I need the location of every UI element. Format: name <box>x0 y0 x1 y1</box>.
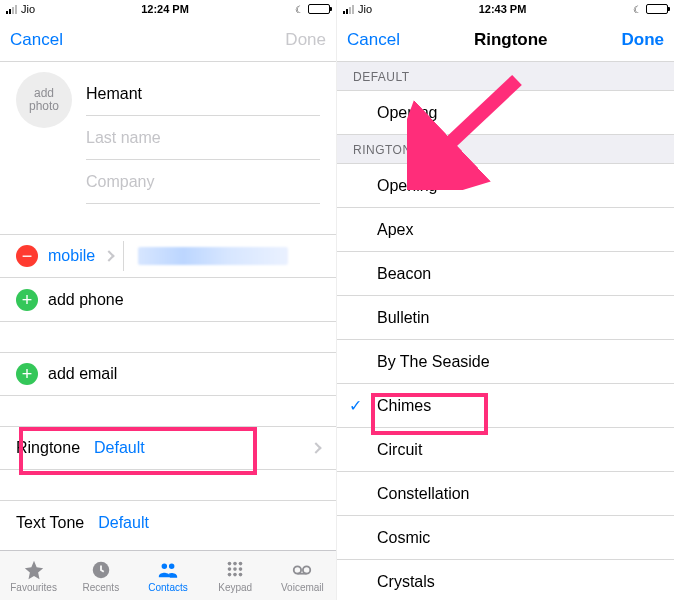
ringtone-row[interactable]: Constellation <box>337 472 674 516</box>
ringtone-name: Constellation <box>377 485 470 503</box>
tab-bar: Favourites Recents Contacts Keypad Voice… <box>0 550 336 600</box>
done-button[interactable]: Done <box>285 30 326 50</box>
ringtone-name: Circuit <box>377 441 422 459</box>
add-email-row[interactable]: + add email <box>0 352 336 396</box>
tab-keypad[interactable]: Keypad <box>202 551 269 600</box>
nav-bar: Cancel Ringtone Done <box>337 18 674 62</box>
clock: 12:24 PM <box>141 3 189 15</box>
page-title: Ringtone <box>474 30 548 50</box>
status-bar: Jio 12:24 PM ☾ <box>0 0 336 18</box>
ringtone-row[interactable]: Bulletin <box>337 296 674 340</box>
clock-icon <box>89 559 113 581</box>
add-email-icon[interactable]: + <box>16 363 38 385</box>
ringtone-row[interactable]: Beacon <box>337 252 674 296</box>
ringtone-name: Apex <box>377 221 413 239</box>
ringtone-row[interactable]: ✓Chimes <box>337 384 674 428</box>
signal-icon <box>343 5 354 14</box>
company-placeholder: Company <box>86 173 154 191</box>
svg-point-2 <box>233 561 237 565</box>
check-icon: ✓ <box>349 396 362 415</box>
svg-point-8 <box>233 572 237 576</box>
last-name-placeholder: Last name <box>86 129 161 147</box>
ringtone-name: Chimes <box>377 397 431 415</box>
ringtone-name: Crystals <box>377 573 435 591</box>
dnd-icon: ☾ <box>633 4 642 15</box>
ringtone-row[interactable]: Circuit <box>337 428 674 472</box>
tab-voicemail[interactable]: Voicemail <box>269 551 336 600</box>
ringtone-value: Default <box>94 439 145 457</box>
tab-favourites[interactable]: Favourites <box>0 551 67 600</box>
svg-point-11 <box>303 566 310 573</box>
ringtone-name: Cosmic <box>377 529 430 547</box>
svg-point-1 <box>228 561 232 565</box>
remove-phone-icon[interactable]: − <box>16 245 38 267</box>
chevron-right-icon <box>310 442 321 453</box>
first-name-value: Hemant <box>86 85 142 103</box>
svg-point-4 <box>228 567 232 571</box>
phone-number-value[interactable] <box>138 247 288 265</box>
phone-label[interactable]: mobile <box>48 247 95 265</box>
ringtone-name: Beacon <box>377 265 431 283</box>
svg-point-7 <box>228 572 232 576</box>
section-header-ringtones: RINGTONES <box>337 135 674 164</box>
ringtone-row[interactable]: Opening <box>337 164 674 208</box>
ringtone-row[interactable]: Opening <box>337 91 674 135</box>
keypad-icon <box>223 559 247 581</box>
add-phone-row[interactable]: + add phone <box>0 278 336 322</box>
add-phone-icon[interactable]: + <box>16 289 38 311</box>
ringtone-screen: Jio 12:43 PM ☾ Cancel Ringtone Done DEFA… <box>337 0 674 600</box>
tab-contacts[interactable]: Contacts <box>134 551 201 600</box>
company-field[interactable]: Company <box>86 160 320 204</box>
first-name-field[interactable]: Hemant <box>86 72 320 116</box>
phone-row[interactable]: − mobile <box>0 234 336 278</box>
svg-point-9 <box>239 572 243 576</box>
add-photo-label: add photo <box>29 87 59 113</box>
svg-point-6 <box>239 567 243 571</box>
ringtone-label: Ringtone <box>16 439 80 457</box>
ringtone-row[interactable]: Apex <box>337 208 674 252</box>
ringtone-row[interactable]: Crystals <box>337 560 674 600</box>
add-email-label: add email <box>48 365 117 383</box>
ringtone-row[interactable]: By The Seaside <box>337 340 674 384</box>
ringtone-name: Opening <box>377 177 438 195</box>
cancel-button[interactable]: Cancel <box>10 30 63 50</box>
clock: 12:43 PM <box>479 3 527 15</box>
voicemail-icon <box>290 559 314 581</box>
ringtone-list: DEFAULTOpeningRINGTONESOpeningApexBeacon… <box>337 62 674 600</box>
texttone-row[interactable]: Text Tone Default <box>0 500 336 544</box>
section-header-default: DEFAULT <box>337 62 674 91</box>
status-bar: Jio 12:43 PM ☾ <box>337 0 674 18</box>
signal-icon <box>6 5 17 14</box>
dnd-icon: ☾ <box>295 4 304 15</box>
svg-point-3 <box>239 561 243 565</box>
tab-recents[interactable]: Recents <box>67 551 134 600</box>
ringtone-name: Bulletin <box>377 309 429 327</box>
svg-point-5 <box>233 567 237 571</box>
nav-bar: Cancel Done <box>0 18 336 62</box>
texttone-value: Default <box>98 514 149 532</box>
battery-icon <box>308 4 330 14</box>
contacts-icon <box>156 559 180 581</box>
svg-point-10 <box>294 566 301 573</box>
star-icon <box>22 559 46 581</box>
carrier-label: Jio <box>21 3 35 15</box>
carrier-label: Jio <box>358 3 372 15</box>
ringtone-row[interactable]: Cosmic <box>337 516 674 560</box>
chevron-right-icon <box>103 250 114 261</box>
add-photo-button[interactable]: add photo <box>16 72 72 128</box>
done-button[interactable]: Done <box>621 30 664 50</box>
battery-icon <box>646 4 668 14</box>
last-name-field[interactable]: Last name <box>86 116 320 160</box>
ringtone-row[interactable]: Ringtone Default <box>0 426 336 470</box>
texttone-label: Text Tone <box>16 514 84 532</box>
add-phone-label: add phone <box>48 291 124 309</box>
ringtone-name: By The Seaside <box>377 353 490 371</box>
edit-contact-screen: Jio 12:24 PM ☾ Cancel Done add photo Hem… <box>0 0 337 600</box>
cancel-button[interactable]: Cancel <box>347 30 400 50</box>
